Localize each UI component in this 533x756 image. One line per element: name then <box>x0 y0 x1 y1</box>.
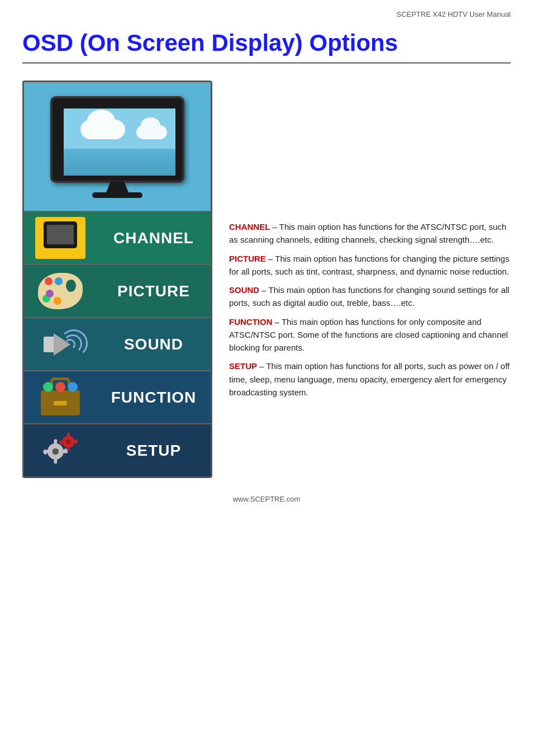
tv-illustration-section <box>24 82 211 211</box>
picture-icon-area <box>24 265 97 317</box>
manual-title: SCEPTRE X42 HDTV User Manual <box>0 0 533 18</box>
sound-icon-area <box>24 318 97 370</box>
sound-label: SOUND <box>97 336 211 353</box>
keyword-channel: CHANNEL <box>229 222 270 231</box>
descriptions-panel: CHANNEL – This main option has functions… <box>229 81 511 478</box>
tv-screen-inner <box>64 108 175 176</box>
menu-item-picture[interactable]: PICTURE <box>24 264 211 317</box>
menu-item-sound[interactable]: SOUND <box>24 317 211 370</box>
channel-icon-area <box>24 212 97 264</box>
menu-item-channel[interactable]: CHANNEL <box>24 211 211 264</box>
menu-item-setup[interactable]: SETUP <box>24 423 211 476</box>
setup-icon <box>35 429 85 471</box>
tv-screen-outer <box>50 96 184 183</box>
desc-channel: CHANNEL – This main option has functions… <box>229 220 511 247</box>
desc-channel-text: – This main option has functions for the… <box>229 222 506 244</box>
keyword-function: FUNCTION <box>229 317 273 327</box>
desc-setup: SETUP – This main option has functions f… <box>229 360 511 399</box>
desc-setup-text: – This main option has functions for all… <box>229 361 510 397</box>
keyword-sound: SOUND <box>229 285 259 295</box>
tv-stand <box>106 181 129 192</box>
function-icon-area <box>24 371 97 423</box>
menu-item-function[interactable]: FUNCTION <box>24 370 211 423</box>
tv-base <box>92 192 142 198</box>
page-title: OSD (On Screen Display) Options <box>0 18 533 62</box>
svg-rect-13 <box>67 447 69 450</box>
svg-point-11 <box>66 439 71 444</box>
tv-cloud1-icon <box>80 120 125 139</box>
channel-icon <box>35 217 85 259</box>
svg-rect-2 <box>54 439 57 444</box>
svg-rect-12 <box>67 433 69 436</box>
svg-point-1 <box>53 448 59 455</box>
channel-label: CHANNEL <box>97 229 211 247</box>
desc-function: FUNCTION – This main option has function… <box>229 315 511 355</box>
osd-menu: CHANNEL PICTURE <box>22 81 212 478</box>
svg-rect-3 <box>54 459 57 464</box>
keyword-setup: SETUP <box>229 361 257 371</box>
setup-label: SETUP <box>97 442 211 460</box>
footer: www.SCEPTRE.com <box>0 478 533 514</box>
title-divider <box>22 62 511 64</box>
setup-icon-area <box>24 424 97 476</box>
tv-illustration <box>45 91 190 202</box>
keyword-picture: PICTURE <box>229 254 266 263</box>
footer-url: www.SCEPTRE.com <box>233 495 301 503</box>
desc-sound: SOUND – This main option has functions f… <box>229 284 511 310</box>
desc-sound-text: – This main option has functions for cha… <box>229 285 510 308</box>
picture-icon <box>35 270 85 312</box>
desc-picture: PICTURE – This main option has functions… <box>229 252 511 278</box>
desc-picture-text: – This main option has functions for cha… <box>229 254 510 276</box>
function-label: FUNCTION <box>97 389 211 407</box>
function-icon <box>35 376 85 418</box>
picture-label: PICTURE <box>97 282 211 300</box>
sound-icon <box>35 323 85 365</box>
tv-cloud2-icon <box>136 125 167 139</box>
content-area: CHANNEL PICTURE <box>0 81 533 478</box>
